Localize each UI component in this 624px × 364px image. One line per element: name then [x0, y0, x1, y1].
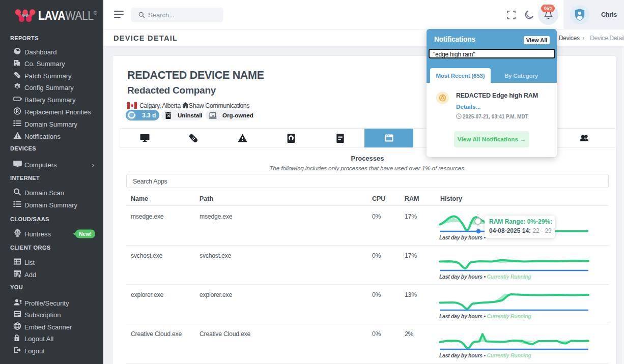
svg-text:HUNT: HUNT — [15, 233, 19, 235]
